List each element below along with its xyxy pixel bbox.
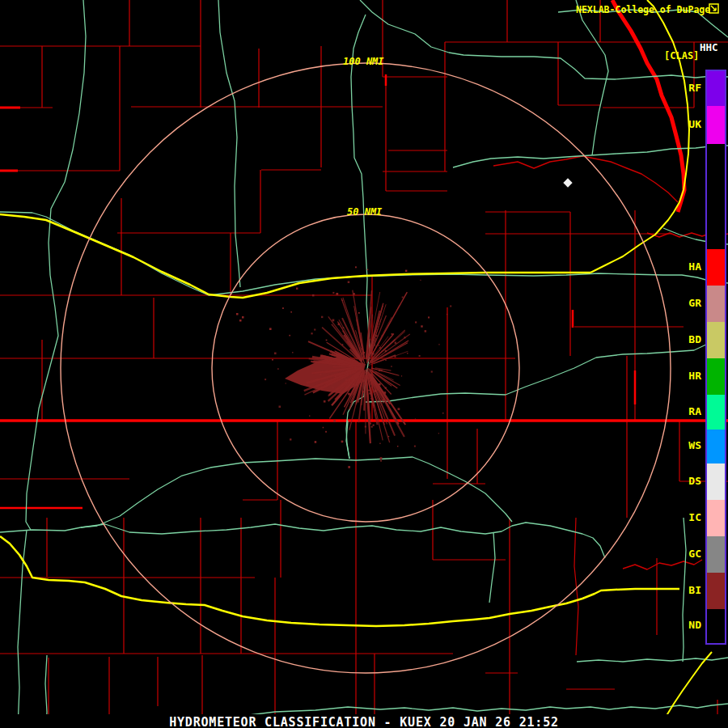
legend-swatch-ic — [707, 500, 725, 536]
range-ring-label-100nmi: 100 NMI — [343, 56, 384, 67]
legend-label-ws: WS — [688, 439, 701, 451]
product-code-label: HHC — [700, 41, 718, 53]
legend-label-ha: HA — [688, 260, 701, 273]
legend-swatch-gc — [707, 536, 725, 573]
legend-label-bd: BD — [688, 333, 701, 345]
legend-swatch-bd — [707, 322, 725, 358]
legend-label-bi: BI — [688, 584, 701, 596]
radar-echoes — [236, 266, 451, 468]
nexlab-logo-icon — [709, 3, 719, 14]
range-ring-label-50nmi: 50 NMI — [347, 206, 382, 218]
bottom-title-bar: HYDROMETEOR CLASSIFICATION - KUEX 20 JAN… — [0, 714, 728, 728]
range-rings — [61, 63, 671, 673]
legend-label-ra: RA — [688, 405, 701, 417]
legend-swatch-nd — [707, 609, 725, 643]
legend-label-gc: GC — [688, 548, 701, 560]
point-marker-diamond — [563, 178, 572, 187]
classification-tag: [CLAS] — [664, 50, 699, 61]
legend-label-hr: HR — [688, 370, 701, 382]
legend-swatch-ws — [707, 430, 725, 463]
legend-label-rf: RF — [688, 82, 701, 94]
legend-swatch-hr — [707, 358, 725, 395]
river-boundaries — [493, 156, 728, 569]
legend-label-ds: DS — [688, 475, 701, 487]
legend-label-nd: ND — [688, 619, 701, 631]
legend-label-ic: IC — [688, 511, 701, 523]
radar-display[interactable]: NEXLAB-College of DuPage [CLAS] HHC 100 … — [0, 0, 728, 728]
legend-swatch-bi — [707, 573, 725, 609]
legend-swatch-ds — [707, 463, 725, 500]
legend-label-uk: UK — [688, 118, 701, 130]
legend-swatch-gr — [707, 286, 725, 322]
legend-swatch-ra — [707, 395, 725, 430]
source-label: NEXLAB-College of DuPage — [576, 4, 710, 15]
legend-color-bar — [705, 70, 726, 645]
legend-swatch-ha — [707, 249, 725, 286]
legend-swatch-uk — [707, 106, 725, 144]
radar-map — [0, 0, 728, 728]
legend-swatch-rf — [707, 71, 725, 106]
legend-label-gr: GR — [688, 297, 701, 309]
product-title: HYDROMETEOR CLASSIFICATION - KUEX 20 JAN… — [169, 715, 559, 728]
